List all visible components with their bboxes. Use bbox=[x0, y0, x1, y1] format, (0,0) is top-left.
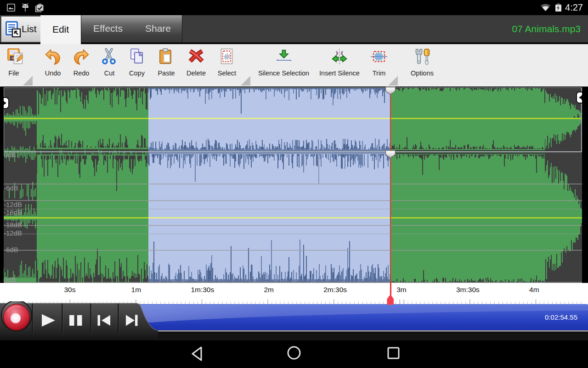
svg-text:-18dB: -18dB bbox=[4, 208, 22, 216]
svg-text:-18dB: -18dB bbox=[4, 221, 22, 229]
svg-text:0dB: 0dB bbox=[4, 151, 16, 159]
svg-text:-12dB: -12dB bbox=[4, 201, 22, 208]
svg-text:0dB: 0dB bbox=[4, 276, 16, 283]
svg-text:-12dB: -12dB bbox=[4, 229, 22, 237]
svg-text:-6dB: -6dB bbox=[4, 246, 18, 253]
svg-text:-6dB: -6dB bbox=[4, 184, 18, 192]
